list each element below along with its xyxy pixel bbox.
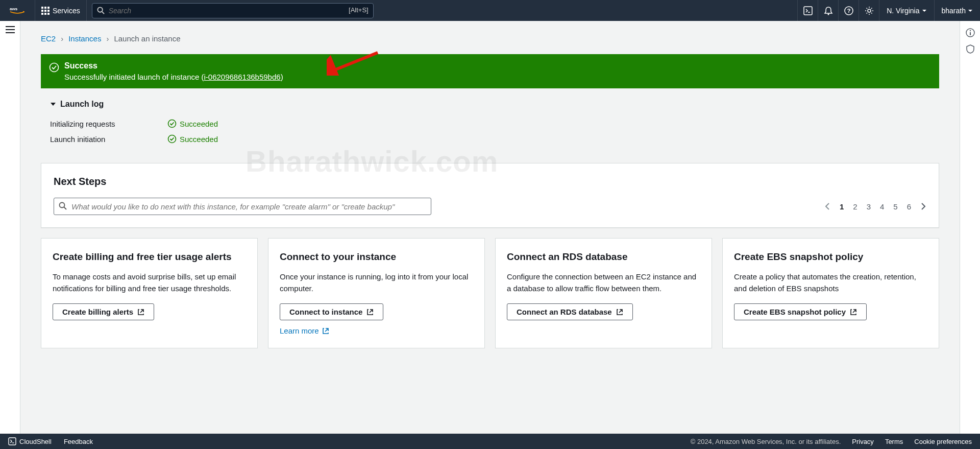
svg-line-11	[102, 11, 104, 13]
next-steps-search-input[interactable]	[54, 198, 431, 215]
page-number[interactable]: 1	[840, 202, 844, 211]
external-link-icon	[366, 309, 374, 316]
page-prev[interactable]	[824, 202, 830, 210]
grid-icon	[41, 7, 50, 15]
gear-icon	[865, 6, 874, 15]
cloudshell-button[interactable]	[797, 0, 818, 21]
external-link-icon	[137, 309, 144, 316]
launch-log: Launch log Initializing requests Succeed…	[41, 88, 939, 152]
caret-down-icon	[968, 8, 973, 13]
panel-title: Next Steps	[54, 176, 926, 187]
svg-point-17	[868, 9, 871, 12]
page-number[interactable]: 3	[867, 202, 871, 211]
success-banner: Success Successfully initiated launch of…	[41, 54, 939, 88]
top-navigation: aws Services [Alt+S] ? N. Virginia bhara…	[0, 0, 980, 21]
launch-log-toggle[interactable]: Launch log	[50, 100, 934, 116]
shield-icon	[966, 44, 975, 54]
check-circle-icon	[167, 119, 177, 128]
region-selector[interactable]: N. Virginia	[879, 0, 934, 21]
chevron-right-icon: ›	[106, 34, 109, 43]
settings-button[interactable]	[859, 0, 879, 21]
success-icon	[49, 62, 59, 73]
bell-icon	[824, 6, 833, 15]
main-content: EC2 › Instances › Launch an instance Suc…	[20, 21, 960, 369]
card-title: Connect an RDS database	[507, 251, 700, 264]
next-steps-panel: Bharathwick.com Next Steps 1 2 3 4 5 6	[41, 163, 939, 228]
svg-rect-23	[970, 32, 971, 35]
card-connect-instance: Connect to your instance Once your insta…	[268, 238, 485, 348]
caret-down-icon	[50, 101, 56, 107]
help-button[interactable]: ?	[838, 0, 859, 21]
breadcrumb: EC2 › Instances › Launch an instance	[41, 31, 939, 54]
global-search: [Alt+S]	[92, 3, 374, 18]
help-icon: ?	[844, 6, 853, 15]
breadcrumb-instances[interactable]: Instances	[68, 34, 101, 43]
caret-down-icon	[922, 8, 927, 13]
card-desc: To manage costs and avoid surprise bills…	[53, 271, 246, 295]
left-rail	[0, 21, 20, 369]
svg-rect-2	[44, 7, 46, 9]
breadcrumb-ec2[interactable]: EC2	[41, 34, 56, 43]
instance-id-link[interactable]: i-06209686136b59bd6	[204, 73, 280, 81]
svg-text:?: ?	[847, 8, 850, 14]
services-menu[interactable]: Services	[35, 0, 87, 21]
sidebar-toggle[interactable]	[6, 26, 15, 33]
chevron-right-icon: ›	[61, 34, 63, 43]
services-label: Services	[53, 7, 80, 15]
external-link-icon	[850, 309, 857, 316]
svg-rect-4	[41, 10, 43, 12]
svg-point-24	[50, 63, 59, 72]
hamburger-icon	[6, 26, 15, 33]
svg-rect-9	[47, 13, 50, 15]
banner-message: Successfully initiated launch of instanc…	[64, 73, 283, 81]
search-shortcut-hint: [Alt+S]	[349, 6, 369, 14]
log-row-status: Succeeded	[167, 134, 218, 144]
log-row: Launch initiation Succeeded	[50, 131, 934, 147]
svg-point-26	[168, 135, 176, 143]
page-number[interactable]: 4	[880, 202, 884, 211]
svg-point-10	[97, 7, 102, 12]
next-steps-search	[54, 198, 431, 215]
breadcrumb-current: Launch an instance	[114, 34, 180, 43]
account-menu[interactable]: bharath	[934, 0, 980, 21]
cloudshell-icon	[803, 6, 813, 15]
page-next[interactable]	[920, 202, 926, 210]
create-billing-alerts-button[interactable]: Create billing alerts	[53, 303, 154, 320]
svg-point-14	[827, 13, 829, 15]
external-link-icon	[616, 309, 623, 316]
svg-rect-6	[47, 10, 50, 12]
external-link-icon	[322, 327, 329, 335]
annotation-arrow	[327, 50, 383, 76]
svg-rect-3	[47, 7, 50, 9]
page-number[interactable]: 5	[893, 202, 897, 211]
notifications-button[interactable]	[818, 0, 838, 21]
next-steps-cards: Create billing and free tier usage alert…	[41, 238, 939, 348]
log-row-status: Succeeded	[167, 119, 218, 128]
svg-rect-5	[44, 10, 46, 12]
create-ebs-snapshot-policy-button[interactable]: Create EBS snapshot policy	[734, 303, 867, 320]
card-desc: Create a policy that automates the creat…	[734, 271, 927, 295]
search-icon	[59, 202, 67, 210]
search-icon	[97, 7, 105, 14]
page-number[interactable]: 6	[907, 202, 911, 211]
card-ebs-snapshot: Create EBS snapshot policy Create a poli…	[722, 238, 939, 348]
card-billing-alerts: Create billing and free tier usage alert…	[41, 238, 258, 348]
global-search-input[interactable]	[92, 3, 374, 18]
chevron-right-icon	[920, 202, 926, 210]
info-icon	[966, 28, 975, 37]
card-title: Create billing and free tier usage alert…	[53, 251, 246, 264]
svg-rect-7	[41, 13, 43, 15]
connect-to-instance-button[interactable]: Connect to instance	[280, 303, 383, 320]
page-number[interactable]: 2	[853, 202, 857, 211]
learn-more-link[interactable]: Learn more	[280, 326, 329, 335]
svg-line-28	[64, 207, 67, 210]
connect-rds-database-button[interactable]: Connect an RDS database	[507, 303, 633, 320]
security-panel-toggle[interactable]	[966, 44, 975, 54]
card-desc: Configure the connection between an EC2 …	[507, 271, 700, 295]
card-connect-rds: Connect an RDS database Configure the co…	[495, 238, 712, 348]
aws-logo[interactable]: aws	[0, 0, 35, 21]
info-panel-toggle[interactable]	[966, 28, 975, 37]
svg-rect-1	[41, 7, 43, 9]
pagination: 1 2 3 4 5 6	[824, 202, 926, 211]
right-rail	[960, 21, 980, 369]
